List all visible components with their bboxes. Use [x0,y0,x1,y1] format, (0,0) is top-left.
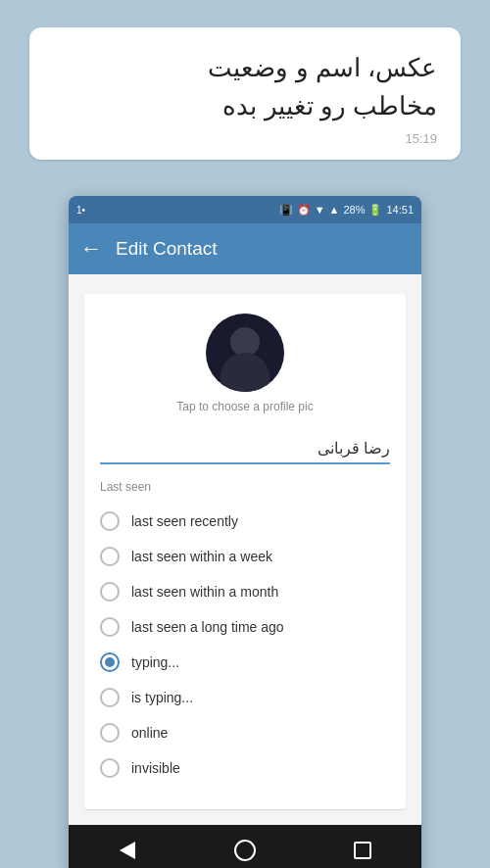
radio-circle-istyping [100,688,120,707]
home-circle-icon [234,840,256,861]
radio-option-week[interactable]: last seen within a week [100,539,390,574]
radio-label-online: online [131,725,168,741]
app-bar: ← Edit Contact [69,223,421,274]
avatar-section: Tap to choose a profile pic [100,313,390,423]
radio-label-week: last seen within a week [131,549,272,564]
wifi-icon: ▼ [315,204,325,216]
radio-option-month[interactable]: last seen within a month [100,574,390,609]
radio-label-typing: typing... [131,654,179,670]
content-area: Tap to choose a profile pic Last seen la… [69,274,421,825]
radio-circle-week [100,547,120,566]
radio-label-invisible: invisible [131,760,180,776]
radio-label-longtime: last seen a long time ago [131,619,284,635]
name-input-wrapper [100,435,390,464]
radio-circle-online [100,723,120,743]
network-icon: 1• [76,205,85,216]
battery-icon: 🔋 [368,204,382,217]
radio-option-recently[interactable]: last seen recently [100,504,390,539]
radio-label-istyping: is typing... [131,690,193,705]
radio-circle-invisible [100,758,120,778]
radio-option-invisible[interactable]: invisible [100,750,390,786]
back-nav-button[interactable] [108,831,147,868]
status-bar-right: 📳 ⏰ ▼ ▲ 28% 🔋 14:51 [279,204,414,217]
radio-option-istyping[interactable]: is typing... [100,680,390,715]
radio-option-typing[interactable]: typing... [100,645,390,680]
home-nav-button[interactable] [225,831,265,868]
radio-circle-typing [100,652,120,672]
radio-option-online[interactable]: online [100,715,390,750]
bottom-nav [69,825,421,868]
battery-level: 28% [343,204,365,216]
radio-options-list: last seen recently last seen within a we… [100,504,390,786]
radio-circle-longtime [100,617,120,637]
app-bar-title: Edit Contact [116,238,218,260]
last-seen-label: Last seen [100,480,390,494]
chat-bubble-time: 15:19 [53,131,437,146]
avatar[interactable] [206,313,284,392]
signal-icon: ▲ [329,204,340,216]
radio-label-month: last seen within a month [131,584,278,600]
square-icon [354,842,371,859]
alarm-icon: ⏰ [297,204,311,217]
phone-mockup: 1• 📳 ⏰ ▼ ▲ 28% 🔋 14:51 ← Edit Contact Ta… [69,196,421,868]
tap-to-choose-label[interactable]: Tap to choose a profile pic [176,400,313,413]
back-triangle-icon [120,842,135,859]
recents-nav-button[interactable] [343,831,382,868]
radio-circle-month [100,582,120,602]
chat-bubble: عکس، اسم و وضعیت مخاطب رو تغییر بده 15:1… [29,27,461,160]
name-input[interactable] [100,435,390,460]
vibrate-icon: 📳 [279,204,293,217]
status-bar-left: 1• [76,205,85,216]
radio-label-recently: last seen recently [131,513,238,529]
status-time: 14:51 [386,204,414,216]
radio-circle-recently [100,511,120,531]
chat-bubble-text: عکس، اسم و وضعیت مخاطب رو تغییر بده [53,49,437,125]
avatar-silhouette [220,353,270,392]
radio-option-longtime[interactable]: last seen a long time ago [100,609,390,645]
edit-contact-card: Tap to choose a profile pic Last seen la… [84,294,406,809]
status-bar: 1• 📳 ⏰ ▼ ▲ 28% 🔋 14:51 [69,196,421,223]
back-button[interactable]: ← [80,236,102,262]
